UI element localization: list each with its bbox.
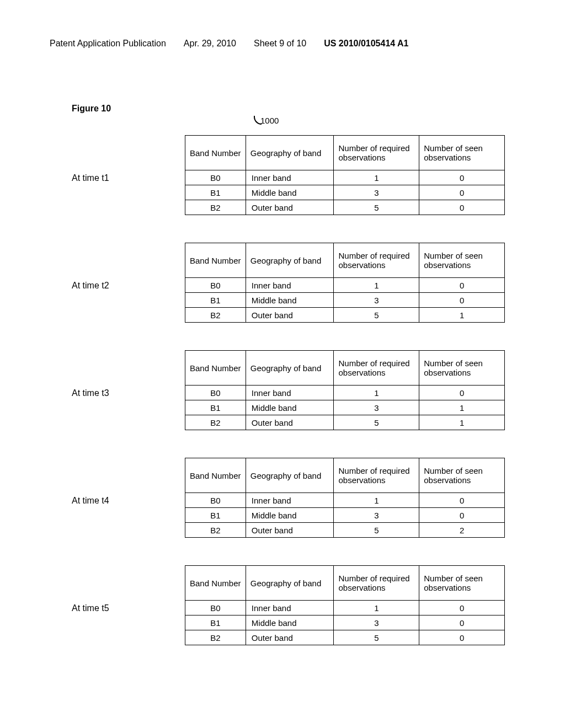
- table-header-row: Band Number Geography of band Number of …: [185, 566, 505, 601]
- cell-band: B2: [185, 308, 246, 323]
- cell-seen: 1: [419, 415, 505, 430]
- cell-band: B2: [185, 523, 246, 538]
- table-row: B2 Outer band 5 0: [185, 630, 505, 645]
- cell-geo: Inner band: [246, 278, 334, 293]
- cell-seen: 0: [419, 200, 505, 215]
- cell-band: B1: [185, 615, 246, 630]
- reference-number: 1000: [254, 116, 515, 125]
- cell-seen: 0: [419, 508, 505, 523]
- cell-band: B1: [185, 508, 246, 523]
- time-label: At time t3: [50, 383, 185, 398]
- cell-req: 3: [334, 400, 419, 415]
- cell-geo: Inner band: [246, 601, 334, 615]
- cell-req: 5: [334, 523, 419, 538]
- col-geo: Geography of band: [246, 243, 334, 278]
- time-label: At time t2: [50, 275, 185, 291]
- table-header-row: Band Number Geography of band Number of …: [185, 458, 505, 493]
- table-row: B2 Outer band 5 1: [185, 308, 505, 323]
- cell-req: 3: [334, 508, 419, 523]
- table-row: B1 Middle band 3 1: [185, 400, 505, 415]
- observation-table: Band Number Geography of band Number of …: [185, 565, 505, 645]
- col-seen: Number of seen observations: [419, 566, 505, 601]
- cell-geo: Outer band: [246, 200, 334, 215]
- cell-band: B0: [185, 493, 246, 508]
- cell-geo: Outer band: [246, 415, 334, 430]
- col-seen: Number of seen observations: [419, 351, 505, 386]
- table-block-t5: At time t5 Band Number Geography of band…: [50, 565, 515, 645]
- cell-band: B1: [185, 400, 246, 415]
- cell-seen: 0: [419, 278, 505, 293]
- reference-value: 1000: [260, 116, 279, 125]
- cell-band: B0: [185, 386, 246, 400]
- cell-seen: 0: [419, 601, 505, 615]
- cell-seen: 1: [419, 308, 505, 323]
- cell-seen: 2: [419, 523, 505, 538]
- cell-geo: Outer band: [246, 630, 334, 645]
- table-block-t2: At time t2 Band Number Geography of band…: [50, 243, 515, 323]
- sheet-num: Sheet 9 of 10: [254, 39, 306, 49]
- col-band: Band Number: [185, 136, 246, 170]
- cell-seen: 0: [419, 293, 505, 308]
- col-req: Number of required observations: [334, 566, 419, 601]
- observation-table: Band Number Geography of band Number of …: [185, 243, 505, 323]
- time-label: At time t5: [50, 598, 185, 613]
- cell-req: 3: [334, 615, 419, 630]
- col-band: Band Number: [185, 351, 246, 386]
- table-row: B1 Middle band 3 0: [185, 185, 505, 200]
- cell-band: B0: [185, 601, 246, 615]
- cell-req: 5: [334, 308, 419, 323]
- cell-seen: 0: [419, 170, 505, 185]
- cell-seen: 0: [419, 386, 505, 400]
- cell-band: B2: [185, 415, 246, 430]
- observation-table: Band Number Geography of band Number of …: [185, 135, 505, 215]
- cell-seen: 1: [419, 400, 505, 415]
- col-geo: Geography of band: [246, 566, 334, 601]
- cell-geo: Middle band: [246, 508, 334, 523]
- table-block-t3: At time t3 Band Number Geography of band…: [50, 350, 515, 430]
- cell-req: 1: [334, 386, 419, 400]
- pub-date: Apr. 29, 2010: [184, 39, 236, 49]
- col-req: Number of required observations: [334, 136, 419, 170]
- table-row: B1 Middle band 3 0: [185, 508, 505, 523]
- doc-header: Patent Application Publication Apr. 29, …: [50, 39, 515, 49]
- table-row: B0 Inner band 1 0: [185, 278, 505, 293]
- table-row: B0 Inner band 1 0: [185, 601, 505, 615]
- cell-req: 5: [334, 200, 419, 215]
- col-band: Band Number: [185, 243, 246, 278]
- table-block-t1: At time t1 Band Number Geography of band…: [50, 135, 515, 215]
- cell-seen: 0: [419, 630, 505, 645]
- pub-title: Patent Application Publication: [50, 39, 166, 49]
- pub-number: US 2010/0105414 A1: [324, 39, 408, 49]
- cell-req: 1: [334, 170, 419, 185]
- cell-req: 3: [334, 293, 419, 308]
- figure-label: Figure 10: [72, 104, 515, 114]
- table-row: B2 Outer band 5 0: [185, 200, 505, 215]
- col-req: Number of required observations: [334, 351, 419, 386]
- table-row: B0 Inner band 1 0: [185, 386, 505, 400]
- cell-geo: Middle band: [246, 400, 334, 415]
- cell-geo: Outer band: [246, 308, 334, 323]
- cell-geo: Middle band: [246, 293, 334, 308]
- cell-req: 5: [334, 415, 419, 430]
- cell-geo: Middle band: [246, 615, 334, 630]
- table-header-row: Band Number Geography of band Number of …: [185, 243, 505, 278]
- cell-seen: 0: [419, 615, 505, 630]
- cell-band: B1: [185, 185, 246, 200]
- cell-seen: 0: [419, 493, 505, 508]
- time-label: At time t1: [50, 168, 185, 183]
- table-row: B1 Middle band 3 0: [185, 293, 505, 308]
- cell-req: 1: [334, 601, 419, 615]
- col-seen: Number of seen observations: [419, 458, 505, 493]
- cell-req: 3: [334, 185, 419, 200]
- table-row: B1 Middle band 3 0: [185, 615, 505, 630]
- observation-table: Band Number Geography of band Number of …: [185, 458, 505, 538]
- time-label: At time t4: [50, 490, 185, 506]
- table-row: B2 Outer band 5 2: [185, 523, 505, 538]
- col-seen: Number of seen observations: [419, 243, 505, 278]
- cell-band: B2: [185, 200, 246, 215]
- cell-band: B2: [185, 630, 246, 645]
- cell-geo: Inner band: [246, 386, 334, 400]
- cell-req: 5: [334, 630, 419, 645]
- col-geo: Geography of band: [246, 136, 334, 170]
- col-req: Number of required observations: [334, 458, 419, 493]
